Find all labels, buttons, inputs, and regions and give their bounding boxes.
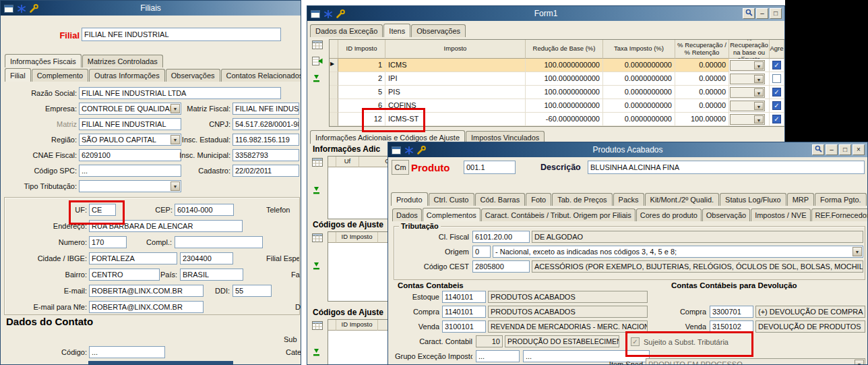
filiais-titlebar[interactable]: Filiais: [1, 1, 301, 16]
agregar-checkbox[interactable]: ✓: [772, 101, 781, 110]
cell-reducao[interactable]: 100.0000000000: [526, 99, 603, 113]
tab-kit-mont[interactable]: Kit/Mont./2º Qualid.: [645, 193, 720, 206]
cep-input[interactable]: 60140-000: [175, 204, 234, 216]
tab-matrizes-controladas[interactable]: Matrizes Controladas: [82, 55, 163, 67]
origem-combo[interactable]: - Nacional, exceto as indicadas nos códi…: [493, 246, 863, 258]
tab-observacoes[interactable]: Observações: [166, 69, 220, 82]
numero-input[interactable]: 170: [89, 236, 127, 248]
matriz-fiscal-input[interactable]: FILIAL NFE INDUSTRI: [232, 103, 299, 115]
recuperacao-base-combo[interactable]: ▼: [730, 74, 765, 84]
chevron-down-icon[interactable]: ▼: [855, 360, 864, 365]
tab-dados[interactable]: Dados: [392, 208, 422, 221]
cell-taxa[interactable]: 0.0000000000: [603, 113, 675, 126]
col-header-recuperacao-base[interactable]: % Recuperação na base ou alíquota: [729, 40, 770, 59]
agregar-checkbox[interactable]: ✓: [772, 115, 781, 123]
tab-tab-de-precos[interactable]: Tab. de Preços: [552, 193, 612, 206]
tab-contatos-relacionados[interactable]: Contatos Relacionados: [221, 69, 301, 82]
email-nfe-input[interactable]: ROBERTA@LINX.COM.BR: [89, 301, 204, 313]
dev-venda-input[interactable]: 3150102: [710, 320, 753, 333]
item-sped-combo[interactable]: PRODUTO EM PROCESSO▼: [646, 358, 865, 365]
grupo-excecao-input-1[interactable]: ...: [476, 350, 520, 362]
cm-button[interactable]: Cm: [392, 160, 409, 175]
col-header-recuperacao[interactable]: % Recuperação / % Retenção: [675, 40, 729, 59]
col-header-reducao[interactable]: Redução de Base (%): [526, 40, 603, 59]
tab-packs[interactable]: Packs: [613, 193, 644, 206]
tab-cod-barras[interactable]: Cód. Barras: [475, 193, 526, 206]
cadastro-input[interactable]: 22/02/2011: [232, 165, 299, 177]
grid-tool-icon[interactable]: [312, 233, 323, 245]
chevron-down-icon[interactable]: ▼: [754, 75, 764, 83]
grid-tool-icon[interactable]: [312, 40, 323, 52]
regiao-combo[interactable]: SÃO PAULO CAPITAL▼: [79, 134, 181, 146]
cell-id[interactable]: 2: [338, 72, 385, 86]
cell-taxa[interactable]: 0.0000000000: [603, 86, 675, 99]
cnae-input[interactable]: 6209100: [79, 149, 181, 161]
maximize-button[interactable]: □: [770, 8, 782, 19]
agregar-checkbox[interactable]: ✓: [772, 74, 781, 83]
matriz-input[interactable]: FILIAL NFE INDUSTRIAL: [79, 118, 181, 130]
sujeito-subst-checkbox[interactable]: ✓: [631, 337, 640, 346]
minimize-button[interactable]: –: [756, 8, 768, 19]
col-header-uf[interactable]: Uf: [336, 157, 359, 167]
magnifier-button[interactable]: [743, 8, 755, 19]
maximize-button[interactable]: □: [839, 144, 851, 155]
col-header-id-imposto[interactable]: ID Imposto: [338, 40, 385, 59]
recuperacao-base-combo[interactable]: ▼: [730, 60, 765, 71]
tab-filial[interactable]: Filial: [5, 68, 31, 82]
col-header-id-imposto[interactable]: ID Imposto: [336, 320, 378, 331]
chevron-down-icon[interactable]: ▼: [170, 104, 180, 113]
row-marker-cell[interactable]: [330, 72, 338, 86]
cell-id[interactable]: 1: [338, 59, 385, 72]
origem-input[interactable]: 0: [472, 246, 491, 258]
col-header-id-imposto[interactable]: ID Imposto: [336, 232, 378, 243]
ddi-input[interactable]: 55: [232, 285, 272, 297]
pais-input[interactable]: BRASIL: [180, 269, 243, 281]
caract-contabil-input[interactable]: 10: [476, 335, 503, 347]
compra-input[interactable]: 1140101: [442, 306, 486, 318]
row-marker-cell[interactable]: [330, 113, 338, 126]
form1-titlebar[interactable]: Form1 – □: [307, 6, 784, 21]
endereco-input[interactable]: RUA BARBARA DE ALENCAR: [89, 220, 243, 232]
cidade-input[interactable]: FORTALEZA: [89, 252, 177, 264]
ibge-input[interactable]: 2304400: [180, 252, 233, 264]
close-button[interactable]: ×: [852, 144, 865, 155]
razao-social-input[interactable]: FILIAL NFE INDUSTRIAL LTDA: [79, 87, 281, 99]
insert-row-icon[interactable]: [312, 56, 323, 68]
dev-compra-input[interactable]: 3300701: [710, 306, 753, 318]
recuperacao-base-combo[interactable]: ▼: [730, 114, 765, 125]
append-last-icon[interactable]: [312, 186, 321, 198]
tipo-tributacao-combo[interactable]: ▼: [79, 180, 181, 192]
col-header-agregar[interactable]: Agre: [770, 40, 784, 59]
codigo-input[interactable]: ...: [89, 346, 165, 358]
tab-foto[interactable]: Foto: [526, 193, 551, 206]
cnpj-input[interactable]: 54.517.628/0001-98: [232, 118, 299, 130]
cell-recuperacao[interactable]: 0.00000: [675, 86, 729, 99]
email-input[interactable]: ROBERTA@LINX.COM.BR: [89, 285, 204, 297]
tab-mrp[interactable]: MRP: [787, 193, 814, 206]
cell-imposto[interactable]: ICMS: [385, 59, 526, 72]
cell-imposto[interactable]: COFINS: [385, 99, 526, 113]
estoque-input[interactable]: 1140101: [442, 291, 486, 303]
tab-ref-fornecedor[interactable]: REF.Fornecedor: [811, 208, 868, 221]
empresa-combo[interactable]: CONTROLE DE QUALIDADE▼: [79, 103, 181, 115]
cell-recuperacao[interactable]: 0.00000: [675, 59, 729, 72]
produtos-titlebar[interactable]: Produtos Acabados – □ ×: [388, 142, 867, 157]
append-last-icon[interactable]: [312, 261, 321, 273]
venda-input[interactable]: 3100101: [442, 320, 486, 333]
chevron-down-icon[interactable]: ▼: [754, 115, 764, 123]
col-header-imposto[interactable]: Imposto: [385, 40, 526, 59]
recuperacao-base-combo[interactable]: ▼: [730, 87, 765, 98]
cell-id[interactable]: 6: [338, 99, 385, 113]
chevron-down-icon[interactable]: ▼: [754, 102, 764, 110]
tab-produto[interactable]: Produto: [391, 192, 428, 206]
uf-input[interactable]: CE: [89, 204, 116, 216]
append-last-icon[interactable]: [312, 347, 321, 360]
grid-tool-icon[interactable]: [312, 157, 323, 169]
filial-input[interactable]: FILIAL NFE INDUSTRIAL: [82, 28, 281, 41]
cell-reducao[interactable]: 100.0000000000: [526, 86, 603, 99]
insc-municipal-input[interactable]: 33582793: [232, 149, 299, 161]
tab-complemento[interactable]: Complemento: [32, 69, 88, 82]
tab-dados-da-excecao[interactable]: Dados da Exceção: [310, 24, 383, 37]
compl-input[interactable]: [175, 236, 263, 248]
descricao-input[interactable]: BLUSINHA ALCINHA FINA: [588, 161, 865, 174]
